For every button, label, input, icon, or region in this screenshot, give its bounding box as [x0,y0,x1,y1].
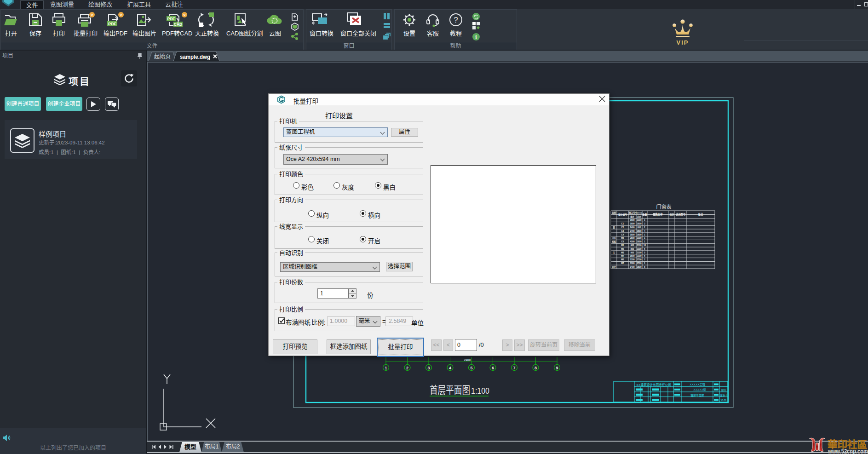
svg-text:1: 1 [644,237,645,239]
svg-text:C1: C1 [621,223,624,225]
svg-text:门: 门 [613,251,615,254]
svg-text:M3: M3 [621,252,624,254]
svg-text:6: 6 [644,255,645,257]
svg-text:类别: 类别 [612,211,616,214]
svg-text:4: 4 [644,230,645,232]
svg-text:1800: 1800 [630,234,635,236]
svg-text:设计编号: 设计编号 [618,213,627,216]
svg-text:窗: 窗 [613,226,615,229]
svg-text:1: 1 [644,241,645,243]
svg-text:PDF: PDF [167,17,175,21]
svg-text:2100: 2100 [637,244,642,247]
svg-text:2500: 2500 [630,237,635,239]
svg-text:2700: 2700 [637,262,642,264]
svg-text:1:100: 1:100 [471,386,489,396]
svg-text:门窗表: 门窗表 [656,203,672,210]
svg-text:1200: 1200 [630,259,635,261]
svg-text:首层平面图: 首层平面图 [430,381,470,397]
svg-text:5: 5 [470,366,472,370]
svg-text:5: 5 [644,252,645,254]
svg-text:900: 900 [631,244,634,247]
svg-text:2100: 2100 [637,248,642,250]
svg-text:页次: 页次 [669,213,674,216]
svg-text:C4: C4 [621,234,624,236]
svg-text:600: 600 [638,226,641,229]
svg-text:M1: M1 [621,244,624,247]
svg-text:2100: 2100 [637,237,642,239]
svg-text:1800: 1800 [637,223,642,225]
svg-text:1800: 1800 [637,266,642,268]
svg-text:1: 1 [385,366,387,370]
svg-text:选用型号: 选用型号 [676,213,686,216]
svg-text:3: 3 [427,366,430,370]
svg-text:XXXXX楼: XXXXX楼 [693,387,706,391]
svg-text:1800: 1800 [630,223,635,225]
svg-text:数量: 数量 [643,213,647,216]
svg-text:3400: 3400 [630,266,635,268]
svg-text:C3: C3 [621,230,624,232]
svg-text:M7: M7 [621,262,624,264]
svg-text:高度: 高度 [637,215,641,218]
svg-text:1: 1 [644,262,645,264]
svg-text:宽度: 宽度 [630,215,634,218]
svg-text:2700: 2700 [630,230,635,232]
svg-text:1800: 1800 [637,241,642,243]
svg-text:2100: 2100 [637,255,642,257]
svg-text:6: 6 [644,248,645,250]
svg-text:2400: 2400 [464,358,471,362]
svg-text:V: V [91,13,93,17]
svg-text:2700: 2700 [637,259,642,261]
svg-text:2: 2 [644,259,645,261]
svg-text:1800: 1800 [637,234,642,236]
svg-text:800: 800 [631,248,634,250]
svg-text:2: 2 [406,366,408,370]
svg-text:2100: 2100 [637,219,642,221]
svg-text:备注: 备注 [698,213,703,216]
svg-text:V: V [183,13,186,17]
svg-text:2400: 2400 [630,226,635,229]
svg-text:PDF: PDF [108,22,117,26]
svg-text:M5: M5 [621,237,624,239]
svg-text:8: 8 [644,266,645,268]
svg-text:M4: M4 [621,255,624,257]
svg-text:首层平面图: 首层平面图 [690,393,704,397]
svg-text:图集名称: 图集名称 [653,213,663,216]
svg-text:1500: 1500 [630,219,635,221]
svg-text:建施-1: 建施-1 [720,393,727,397]
svg-text:楼梯: 楼梯 [612,240,616,243]
svg-text:sample.dwg: sample.dwg [180,54,210,60]
svg-text:2: 2 [644,223,645,225]
svg-text:3300: 3300 [630,262,635,264]
svg-text:?: ? [454,16,458,24]
svg-text:合计: 合计 [612,265,616,269]
svg-text:1: 1 [644,219,645,221]
svg-text:M6: M6 [621,259,624,261]
svg-text:900: 900 [631,252,634,254]
svg-text:1500: 1500 [630,255,635,257]
svg-text:6: 6 [492,366,494,370]
svg-text:XX建筑设计有限责任公司: XX建筑设计有限责任公司 [636,382,671,387]
svg-text:起始页: 起始页 [154,52,171,60]
svg-text:VIP: VIP [677,39,689,46]
svg-text:97-06: 97-06 [721,398,727,402]
svg-text:V: V [120,13,122,17]
svg-text:C6: C6 [621,241,624,243]
svg-text:4: 4 [449,366,451,370]
svg-text:2100: 2100 [637,252,642,254]
svg-text:STD: STD [612,236,615,239]
svg-text:C2: C2 [621,226,624,229]
svg-text:1800: 1800 [637,230,642,232]
svg-text:XXXXX工程: XXXXX工程 [690,382,705,386]
svg-text:7: 7 [513,366,515,370]
svg-text:2: 2 [644,226,645,229]
svg-text:1: 1 [644,234,645,236]
svg-text:10: 10 [644,244,646,247]
svg-text:8: 8 [535,366,537,370]
svg-text:M2: M2 [621,248,624,250]
svg-text:洞口尺寸(mm): 洞口尺寸(mm) [628,211,642,214]
svg-text:图别: 图别 [721,388,726,392]
svg-text:4500: 4500 [630,241,635,243]
svg-text:www.52cnp.com: www.52cnp.com [828,448,868,454]
svg-text:9: 9 [556,366,558,370]
